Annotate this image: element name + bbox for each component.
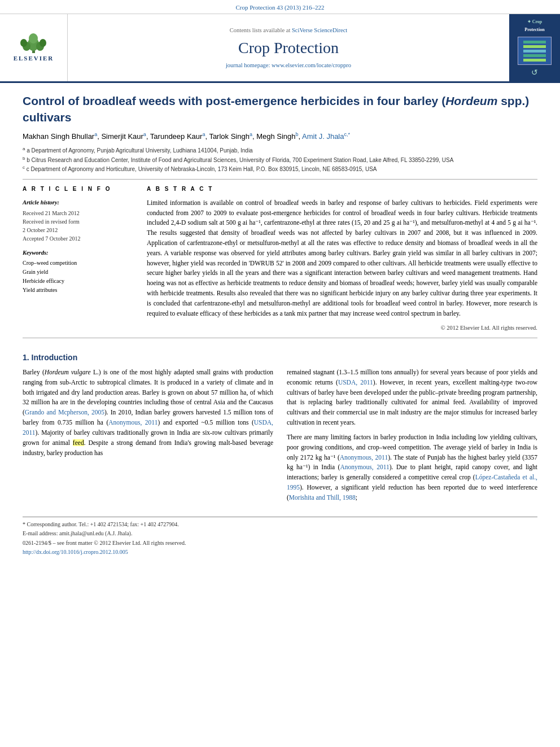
introduction-body: Barley (Hordeum vulgare L.) is one of th… [23,368,537,508]
journal-title-area: Contents lists available at SciVerse Sci… [68,14,509,81]
ref-anonymous-2011a[interactable]: Anonymous, 2011 [108,419,158,426]
affiliation-b: b b Citrus Research and Education Center… [23,155,537,164]
svg-point-6 [29,33,38,43]
intro-left-para: Barley (Hordeum vulgare L.) is one of th… [23,368,273,458]
abstract-text: Limited information is available on cont… [147,198,537,319]
badge-stripe-4 [523,54,546,57]
journal-logo-right: ✦ Crop Protection ↺ [509,14,560,81]
article-history-label: Article history: [23,198,135,207]
journal-volume-info: Crop Protection 43 (2013) 216–222 [235,4,324,11]
footnote-corresponding: * Corresponding author. Tel.: +1 402 472… [23,521,537,529]
intro-right-para-2: There are many limiting factors in barle… [287,433,537,503]
article-content: Control of broadleaf weeds with post-eme… [0,83,560,567]
badge-icon-area [518,37,552,65]
abstract-heading: A B S T R A C T [147,185,537,194]
crop-protection-badge: ✦ Crop Protection [522,17,546,34]
affiliation-c: c c Department of Agronomy and Horticult… [23,164,537,173]
journal-main-title: Crop Protection [238,37,339,60]
revised-date: 2 October 2012 [23,226,135,234]
article-info-column: A R T I C L E I N F O Article history: R… [23,185,135,331]
keywords-label: Keywords: [23,248,135,257]
footnote-issn: 0261-2194/$ – see front matter © 2012 El… [23,539,537,548]
badge-stripe-2 [523,45,546,48]
authors-line: Makhan Singh Bhullara, Simerjit Kaura, T… [23,131,537,142]
corresponding-author: Amit J. Jhala [302,132,344,141]
intro-right-para-1: remained stagnant (1.3–1.5 million tons … [287,368,537,428]
highlighted-feed-word: feed [73,439,84,446]
article-title: Control of broadleaf weeds with post-eme… [23,93,537,125]
homepage-url[interactable]: journal homepage: www.elsevier.com/locat… [226,62,351,68]
sciverse-prefix: Contents lists available at [230,27,291,33]
introduction-section: 1. Introduction Barley (Hordeum vulgare … [23,352,537,508]
svg-point-5 [40,39,46,47]
article-info-heading: A R T I C L E I N F O [23,185,135,194]
keyword-1: Crop–weed competition [23,259,135,268]
footnote-email: E-mail address: amit.jhala@unl.edu (A.J.… [23,530,537,538]
received-date: Received 21 March 2012 [23,209,135,217]
svg-point-4 [20,39,27,47]
section-number: 1. [23,353,29,362]
footnotes-area: * Corresponding author. Tel.: +1 402 472… [23,517,537,557]
ref-usda-2011b[interactable]: USDA, 2011 [338,379,373,386]
journal-header: ELSEVIER Contents lists available at Sci… [0,14,560,83]
badge-stripe-3 [523,50,546,53]
section-title: Introduction [32,353,78,362]
copyright-line: © 2012 Elsevier Ltd. All rights reserved… [147,324,537,332]
revised-label: Received in revised form [23,217,135,226]
badge-stripe-5 [523,59,546,62]
keyword-2: Grain yield [23,268,135,277]
accepted-date: Accepted 7 October 2012 [23,234,135,243]
ref-morishita[interactable]: Morishita and Thill, 1988 [289,494,356,501]
badge-refresh-icon: ↺ [531,67,538,78]
elsevier-tree-icon [18,33,49,54]
journal-top-bar: Crop Protection 43 (2013) 216–222 [0,0,560,14]
keyword-4: Yield attributes [23,286,135,295]
page: Crop Protection 43 (2013) 216–222 ELSEVI… [0,0,560,747]
badge-stripe-1 [523,41,546,43]
divider-after-affiliations [23,179,537,180]
affiliation-a: a a Department of Agronomy, Punjab Agric… [23,146,537,155]
sciverse-link[interactable]: Contents lists available at SciVerse Sci… [230,26,347,34]
doi-link[interactable]: http://dx.doi.org/10.1016/j.cropro.2012.… [23,549,128,555]
affiliations: a a Department of Agronomy, Punjab Agric… [23,146,537,173]
ref-lopez[interactable]: López-Castañeda et al., 1995 [287,474,537,491]
ref-anonymous-2011b[interactable]: Anonymous, 2011 [340,454,388,461]
sciverse-link-text[interactable]: SciVerse ScienceDirect [292,27,347,33]
keyword-3: Herbicide efficacy [23,277,135,286]
divider-after-abstract [23,338,537,338]
badge-stripes [523,41,546,62]
intro-left-col: Barley (Hordeum vulgare L.) is one of th… [23,368,273,508]
elsevier-brand-text: ELSEVIER [14,54,54,63]
doi-line[interactable]: http://dx.doi.org/10.1016/j.cropro.2012.… [23,548,537,557]
article-title-italic: Hordeum [445,94,497,107]
elsevier-logo-area: ELSEVIER [0,14,68,81]
introduction-title: 1. Introduction [23,352,537,363]
intro-right-col: remained stagnant (1.3–1.5 million tons … [287,368,537,508]
article-info-abstract-section: A R T I C L E I N F O Article history: R… [23,185,537,331]
ref-grando[interactable]: Grando and Mcpherson, 2005 [25,409,104,416]
journal-homepage[interactable]: journal homepage: www.elsevier.com/locat… [226,61,351,69]
ref-anonymous-2011c[interactable]: Anonymous, 2011 [340,464,389,470]
abstract-column: A B S T R A C T Limited information is a… [147,185,537,331]
